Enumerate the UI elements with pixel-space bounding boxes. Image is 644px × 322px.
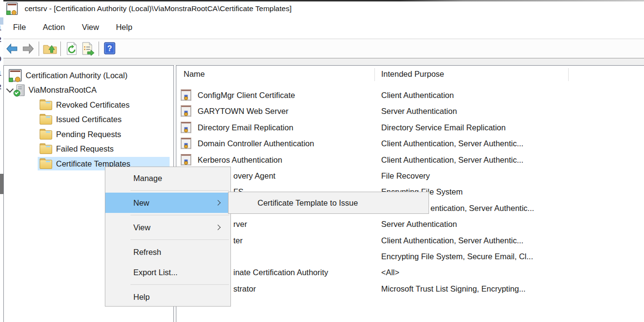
column-header-intended-purpose[interactable]: Intended Purpose <box>381 70 444 79</box>
list-item-certificate-template[interactable]: overy AgentFile Recovery <box>176 168 644 184</box>
context-menu-separator <box>105 213 230 217</box>
folder-icon <box>40 160 52 169</box>
context-menu-item-refresh[interactable]: Refresh <box>105 242 230 262</box>
list-item-name: overy Agent <box>233 171 275 181</box>
toolbar: ? <box>3 39 644 58</box>
column-header-name[interactable]: Name <box>184 70 205 79</box>
refresh-icon <box>65 42 78 56</box>
ca-server-icon <box>16 84 25 96</box>
list-item-name: Kerberos Authentication <box>198 155 282 164</box>
list-item-intended-purpose: Microsoft Trust List Signing, Encrypting… <box>381 284 526 293</box>
context-menu-item-manage[interactable]: Manage <box>105 168 230 188</box>
refresh-button[interactable] <box>63 41 80 56</box>
context-menu-item-label: Manage <box>105 174 162 183</box>
list-item-certificate-template[interactable]: rverServer Authentication <box>176 216 644 232</box>
list-item-intended-purpose: Encrypting File System, Secure Email, Cl… <box>381 252 533 261</box>
chevron-expanded-icon[interactable] <box>6 85 14 93</box>
context-menu-separator <box>105 282 230 287</box>
column-divider[interactable] <box>374 68 375 81</box>
list-item-name: Directory Email Replication <box>198 123 293 132</box>
context-menu-item-export-list[interactable]: Export List... <box>105 262 230 282</box>
list-item-certificate-template[interactable]: ConfigMgr Client CertificateClient Authe… <box>176 87 644 103</box>
menubar-item-view[interactable]: View <box>76 23 104 32</box>
list-item-intended-purpose: Client Authentication, Server Authentic.… <box>381 155 523 164</box>
column-divider[interactable] <box>568 68 569 81</box>
help-button[interactable]: ? <box>101 41 118 56</box>
background-text-fragment: 2 <box>0 36 1 43</box>
menu-bar: FileActionViewHelp <box>3 16 644 39</box>
background-text-fragment: 2 <box>0 83 1 91</box>
menubar-item-file[interactable]: File <box>8 23 31 32</box>
context-menu-item-new[interactable]: New <box>105 193 230 213</box>
background-text-fragment: 1 <box>0 24 1 32</box>
toolbar-separator <box>60 42 61 56</box>
list-item-certificate-template[interactable]: Encrypting File System, Secure Email, Cl… <box>176 248 644 265</box>
list-item-intended-purpose: Directory Service Email Replication <box>381 123 506 132</box>
context-menu-item-label: Export List... <box>105 268 178 277</box>
list-item-name: ter <box>233 236 243 245</box>
export-list-button[interactable] <box>80 41 96 56</box>
list-item-name: rver <box>233 220 247 229</box>
list-item-name: GARYTOWN Web Server <box>198 107 288 116</box>
certificate-template-icon-seal <box>184 161 188 165</box>
list-item-intended-purpose: Server Authentication <box>381 107 457 116</box>
list-item-certificate-template[interactable]: Kerberos AuthenticationClient Authentica… <box>176 152 644 168</box>
list-item-certificate-template[interactable]: stratorMicrosoft Trust List Signing, Enc… <box>176 280 644 297</box>
toolbar-separator <box>39 42 39 56</box>
certsrv-app-icon <box>6 2 18 15</box>
tree-item-issued-certificates[interactable]: Issued Certificates <box>40 113 122 126</box>
context-menu-item-view[interactable]: View <box>105 217 230 238</box>
back-arrow-icon <box>5 42 18 55</box>
menubar-item-action[interactable]: Action <box>38 23 71 32</box>
window-title: certsrv - [Certification Authority (Loca… <box>25 4 291 13</box>
list-item-certificate-template[interactable]: GARYTOWN Web ServerServer Authentication <box>176 103 644 119</box>
show-console-tree-button[interactable] <box>42 41 58 56</box>
tree-item-failed-requests[interactable]: Failed Requests <box>40 142 114 156</box>
folder-up-icon <box>43 42 57 55</box>
tree-item-label: Revoked Certificates <box>56 100 129 110</box>
list-item-intended-purpose: Client Authentication, Server Authentic.… <box>381 139 523 148</box>
green-check-icon <box>14 90 20 97</box>
tree-item-label: Pending Requests <box>56 130 121 139</box>
list-item-certificate-template[interactable]: terClient Authentication, Server Authent… <box>176 232 644 249</box>
tree-item-label: ViaMonstraRootCA <box>29 85 97 95</box>
certification-authority-icon-badge <box>9 78 13 82</box>
toolbar-lower-band <box>3 58 644 65</box>
folder-icon <box>40 145 52 154</box>
folder-icon <box>40 130 52 140</box>
certificate-template-icon <box>181 106 191 117</box>
svg-text:?: ? <box>107 44 112 53</box>
tree-item-pending-requests[interactable]: Pending Requests <box>40 127 121 141</box>
folder-icon <box>40 115 52 125</box>
certificate-template-icon <box>181 138 191 149</box>
list-item-certificate-template[interactable]: Directory Email ReplicationDirectory Ser… <box>176 119 644 136</box>
submenu-item-certificate-template-to-issue[interactable]: Certificate Template to Issue <box>229 192 429 213</box>
background-edge-strip: 12912 <box>0 0 3 322</box>
list-item-intended-purpose: Server Authentication <box>381 220 457 229</box>
list-item-certificate-template[interactable]: inate Certification Authority<All> <box>176 264 644 280</box>
background-fragment <box>0 174 3 194</box>
forward-button[interactable] <box>20 41 36 56</box>
tree-item-certification-authority-local[interactable]: Certification Authority (Local) <box>9 69 128 82</box>
tree-item-viamonstrarootca[interactable]: ViaMonstraRootCA <box>6 84 97 97</box>
title-bar: certsrv - [Certification Authority (Loca… <box>3 1 644 16</box>
context-menu-item-help[interactable]: Help <box>105 287 230 307</box>
toolbar-separator <box>99 42 99 56</box>
tree-item-label: Issued Certificates <box>56 115 122 124</box>
certificate-template-icon-seal <box>184 112 188 116</box>
folder-icon <box>40 101 52 110</box>
tree-item-revoked-certificates[interactable]: Revoked Certificates <box>40 98 129 112</box>
context-menu-item-label: Help <box>105 293 150 302</box>
list-item-name: strator <box>233 284 256 293</box>
menubar-item-help[interactable]: Help <box>111 23 138 32</box>
certification-authority-icon <box>9 69 22 82</box>
context-submenu: Certificate Template to Issue <box>228 192 429 214</box>
list-item-certificate-template[interactable]: Domain Controller AuthenticationClient A… <box>176 135 644 152</box>
list-item-name: Domain Controller Authentication <box>198 139 314 148</box>
back-button[interactable] <box>3 41 20 56</box>
tree-item-label: Certification Authority (Local) <box>26 71 128 80</box>
submenu-arrow-icon <box>215 224 220 230</box>
list-item-intended-purpose: Client Authentication, Server Authentic.… <box>381 236 523 245</box>
certsrv-window: 12912 certsrv - [Certification Authority… <box>0 0 644 322</box>
certificate-template-icon-seal <box>184 97 188 100</box>
